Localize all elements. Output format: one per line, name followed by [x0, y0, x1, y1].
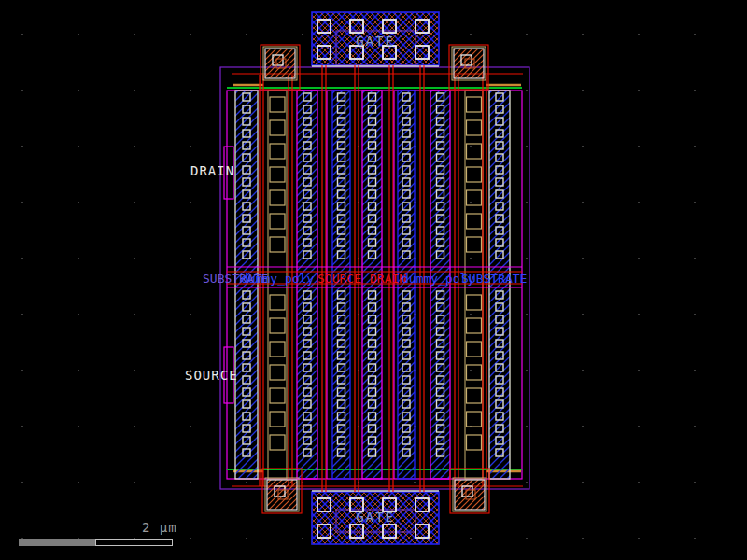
via-contact[interactable] — [270, 342, 285, 357]
corner-hatch[interactable] — [455, 480, 485, 510]
corner-hatch[interactable] — [454, 49, 484, 78]
gate-top-label: GATE — [312, 35, 439, 48]
via-contact[interactable] — [270, 237, 285, 252]
net-label: dummy_poly — [241, 272, 314, 286]
scalebar-outline-segment — [95, 539, 173, 546]
via-contact[interactable] — [467, 214, 482, 229]
drain-label: DRAIN — [190, 164, 234, 177]
corner-substrate-contact[interactable] — [261, 45, 300, 90]
via-contact[interactable] — [270, 120, 285, 135]
via-contact[interactable] — [467, 388, 482, 403]
via-contact[interactable] — [467, 167, 482, 182]
corner-hatch[interactable] — [267, 480, 297, 510]
via-contact[interactable] — [467, 237, 482, 252]
via-contact[interactable] — [270, 435, 285, 450]
via-contact[interactable] — [467, 144, 482, 159]
via-contact[interactable] — [270, 214, 285, 229]
gate-bottom-label: GATE — [312, 511, 439, 524]
scalebar-filled-segment — [19, 539, 95, 546]
via-contact[interactable] — [270, 97, 285, 112]
via-contact[interactable] — [270, 295, 285, 310]
via-contact[interactable] — [467, 318, 482, 333]
via-contact[interactable] — [270, 412, 285, 427]
via-contact[interactable] — [270, 365, 285, 380]
via-contact[interactable] — [467, 190, 482, 205]
via-contact[interactable] — [467, 295, 482, 310]
via-contact[interactable] — [467, 412, 482, 427]
via-contact[interactable] — [467, 365, 482, 380]
corner-substrate-contact[interactable] — [450, 469, 489, 513]
scalebar-label: 2 μm — [142, 521, 177, 534]
via-contact[interactable] — [270, 190, 285, 205]
source-label: SOURCE — [185, 369, 238, 382]
via-contact[interactable] — [270, 167, 285, 182]
via-contact[interactable] — [467, 120, 482, 135]
via-contact[interactable] — [270, 144, 285, 159]
net-label: SUBSTRATE — [461, 272, 527, 286]
via-contact[interactable] — [270, 318, 285, 333]
corner-hatch[interactable] — [265, 49, 295, 78]
via-contact[interactable] — [467, 435, 482, 450]
net-label: SOURCE — [317, 272, 361, 286]
via-contact[interactable] — [467, 97, 482, 112]
via-contact[interactable] — [467, 342, 482, 357]
via-contact[interactable] — [270, 388, 285, 403]
layout-canvas[interactable]: DRAIN SOURCE GATE GATE SUBSTRATEdummy_po… — [0, 0, 747, 560]
